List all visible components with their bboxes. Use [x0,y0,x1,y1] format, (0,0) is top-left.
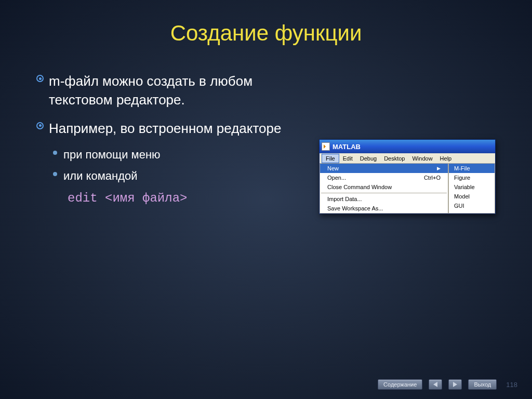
submenu-figure[interactable]: Figure [449,173,495,182]
dropdown-new-label: New [327,165,339,171]
dropdown-new[interactable]: New ▶ [320,164,448,173]
code-command: edit <имя файла> [68,190,303,207]
matlab-app-icon [322,142,330,151]
sub-bullet-1: при помощи меню [53,147,303,163]
menu-debug[interactable]: Debug [356,154,380,163]
menu-edit[interactable]: Edit [339,154,356,163]
dropdown-close[interactable]: Close Command Window [320,182,448,192]
bullet-1-text: m-файл можно создать в любом текстовом р… [49,72,303,110]
new-submenu: M-File Figure Variable Model GUI [448,164,495,214]
next-button[interactable] [448,379,462,390]
dropdown-import-label: Import Data... [327,196,362,202]
dropdown-close-label: Close Command Window [327,184,392,190]
bullet-2-text: Например, во встроенном редакторе [49,119,303,138]
matlab-window: MATLAB File Edit Debug Desktop Window He… [319,139,496,214]
sub-bullet-2-text: или командой [63,168,138,184]
submenu-mfile[interactable]: M-File [449,164,495,173]
sub-bullet-1-text: при помощи меню [63,147,161,163]
submenu-variable[interactable]: Variable [449,182,495,192]
window-title: MATLAB [332,143,361,151]
bullet-2: Например, во встроенном редакторе [36,119,303,138]
menu-separator [321,193,447,193]
contents-button[interactable]: Содержание [378,379,422,390]
submenu-gui[interactable]: GUI [449,201,495,210]
menu-file[interactable]: File [322,154,339,163]
dropdown-import[interactable]: Import Data... [320,194,448,204]
menu-desktop[interactable]: Desktop [380,154,408,163]
prev-button[interactable] [429,379,442,390]
arrow-right-icon [453,382,457,387]
menu-window[interactable]: Window [408,154,436,163]
slide-title: Создание функции [36,21,496,46]
file-dropdown: New ▶ Open... Ctrl+O Close Command Windo… [320,164,448,214]
exit-button[interactable]: Выход [468,379,497,390]
ring-bullet-icon [36,122,49,138]
menu-help[interactable]: Help [436,154,456,163]
menubar: File Edit Debug Desktop Window Help [320,153,495,164]
dropdown-open-label: Open... [327,175,346,181]
dropdown-save[interactable]: Save Workspace As... [320,204,448,213]
dropdown-save-label: Save Workspace As... [327,205,383,211]
page-number: 118 [506,381,517,389]
dot-bullet-icon [53,172,63,184]
arrow-left-icon [433,382,437,387]
dropdown-open-shortcut: Ctrl+O [424,175,441,181]
ring-bullet-icon [36,75,49,110]
submenu-model[interactable]: Model [449,192,495,201]
window-titlebar: MATLAB [320,140,495,153]
dot-bullet-icon [53,151,63,163]
bullet-1: m-файл можно создать в любом текстовом р… [36,72,303,110]
submenu-arrow-icon: ▶ [437,166,441,171]
dropdown-open[interactable]: Open... Ctrl+O [320,173,448,182]
sub-bullet-2: или командой [53,168,303,184]
